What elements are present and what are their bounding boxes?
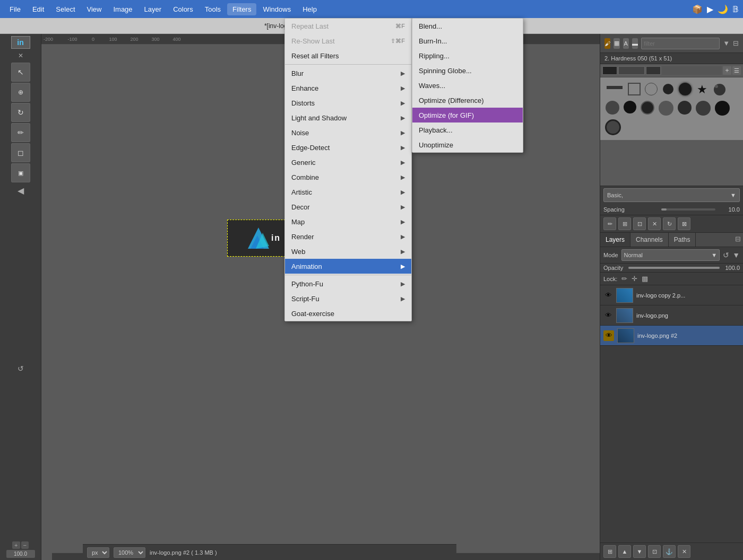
menu-python-fu[interactable]: Python-Fu ▶ xyxy=(285,276,411,291)
menu-layer[interactable]: Layer xyxy=(139,3,167,15)
mode-label: Mode xyxy=(603,252,618,258)
layer-item-2[interactable]: 👁 inv-logo.png xyxy=(600,305,743,326)
submenu-optimize-diff[interactable]: Optimize (Difference) xyxy=(412,93,523,108)
layer-item-1[interactable]: 👁 inv-logo copy 2.p... xyxy=(600,285,743,305)
menu-colors[interactable]: Colors xyxy=(168,3,198,15)
menu-decor[interactable]: Decor ▶ xyxy=(285,199,411,214)
submenu-optimize-gif[interactable]: Optimize (for GIF) xyxy=(412,108,523,122)
brush-options-icon[interactable]: ☰ xyxy=(732,66,741,75)
menu-animation[interactable]: Animation ▶ xyxy=(285,259,411,274)
duplicate-layer-icon[interactable]: ⊡ xyxy=(648,545,661,558)
patterns-icon[interactable]: ▦ xyxy=(614,38,619,49)
menu-render[interactable]: Render ▶ xyxy=(285,229,411,244)
logo-svg xyxy=(248,228,269,249)
menu-reshow-last[interactable]: Re-Show Last ⇧⌘F xyxy=(285,33,411,48)
preset-dropdown[interactable]: Basic, ▼ xyxy=(603,188,740,202)
brush-refresh-icon[interactable]: ↻ xyxy=(663,217,676,230)
menu-edit[interactable]: Edit xyxy=(27,3,49,15)
brush-delete-icon[interactable]: ✕ xyxy=(648,217,661,230)
filter-input[interactable] xyxy=(641,38,720,49)
menu-map[interactable]: Map ▶ xyxy=(285,214,411,229)
menu-goat-exercise[interactable]: Goat-exercise xyxy=(285,306,411,321)
submenu-unoptimize[interactable]: Unoptimize xyxy=(412,137,523,152)
opacity-slider[interactable] xyxy=(628,267,720,269)
menu-file[interactable]: File xyxy=(4,3,26,15)
zoom-minus[interactable]: − xyxy=(21,541,29,549)
svg-text:+: + xyxy=(725,67,729,74)
submenu-burn-in[interactable]: Burn-In... xyxy=(412,33,523,48)
tool-eraser[interactable]: ◻ xyxy=(11,143,30,162)
lock-alpha-icon[interactable]: ▩ xyxy=(642,275,648,283)
mode-extra-icon[interactable]: ▼ xyxy=(732,251,740,259)
submenu-playback[interactable]: Playback... xyxy=(412,122,523,137)
tool-pointer[interactable]: ↖ xyxy=(11,63,30,82)
menu-enhance[interactable]: Enhance ▶ xyxy=(285,81,411,95)
tab-layers[interactable]: Layers xyxy=(600,233,630,247)
brushes-icon[interactable]: 🖌 xyxy=(604,38,610,49)
spin-icon[interactable]: ↺ xyxy=(18,364,24,373)
spacing-bar[interactable] xyxy=(661,208,716,211)
zoom-select[interactable]: 100% xyxy=(114,547,145,558)
animation-submenu: Blend... Burn-In... Rippling... Spinning… xyxy=(412,18,523,153)
menu-select[interactable]: Select xyxy=(50,3,80,15)
collapse-left-icon[interactable]: ◀ xyxy=(18,186,24,196)
zoom-plus[interactable]: + xyxy=(12,541,20,549)
menu-filters[interactable]: Filters xyxy=(227,3,256,15)
menu-combine[interactable]: Combine ▶ xyxy=(285,170,411,185)
tool-rotate[interactable]: ↻ xyxy=(11,103,30,122)
close-icon[interactable]: ✕ xyxy=(18,52,23,59)
tool-paint[interactable]: ✏ xyxy=(11,123,30,142)
new-layer-icon[interactable]: ⊞ xyxy=(603,545,616,558)
layer-thumb-3 xyxy=(617,328,634,343)
menu-edge-detect[interactable]: Edge-Detect ▶ xyxy=(285,140,411,155)
menu-view[interactable]: View xyxy=(82,3,107,15)
menubar: File Edit Select View Image Layer Colors… xyxy=(0,0,743,18)
menu-script-fu[interactable]: Script-Fu ▶ xyxy=(285,291,411,306)
layer-mode-row: Mode Normal ▼ ↺ ▼ xyxy=(600,247,743,264)
panel-collapse-icon[interactable]: ▼ xyxy=(723,39,730,47)
layer-item-3[interactable]: 👁 inv-logo.png #2 xyxy=(600,326,743,346)
layer-visibility-2[interactable]: 👁 xyxy=(603,311,613,320)
brush-copy-icon[interactable]: ⊡ xyxy=(633,217,646,230)
anchor-layer-icon[interactable]: ⚓ xyxy=(663,545,676,558)
reset-mode-icon[interactable]: ↺ xyxy=(723,251,729,259)
submenu-blend[interactable]: Blend... xyxy=(412,19,523,33)
layer-visibility-1[interactable]: 👁 xyxy=(603,291,613,300)
tool-crosshair[interactable]: ⊕ xyxy=(11,83,30,102)
menu-tools[interactable]: Tools xyxy=(200,3,226,15)
submenu-spinning-globe[interactable]: Spinning Globe... xyxy=(412,63,523,78)
gradients-icon[interactable]: ▬ xyxy=(632,38,638,49)
tab-paths[interactable]: Paths xyxy=(669,233,696,247)
menu-image[interactable]: Image xyxy=(108,3,137,15)
menu-distorts[interactable]: Distorts ▶ xyxy=(285,95,411,110)
unit-select[interactable]: px xyxy=(87,547,109,558)
tab-channels[interactable]: Channels xyxy=(630,233,669,247)
menu-generic[interactable]: Generic ▶ xyxy=(285,155,411,170)
lock-move-icon[interactable]: ✛ xyxy=(632,275,637,283)
menu-help[interactable]: Help xyxy=(297,3,322,15)
panel-menu-icon[interactable]: ⊟ xyxy=(733,39,739,47)
add-brush-icon[interactable]: + xyxy=(723,66,731,75)
menu-noise[interactable]: Noise ▶ xyxy=(285,125,411,140)
brush-new-icon[interactable]: ⊞ xyxy=(618,217,631,230)
fonts-icon[interactable]: A xyxy=(623,38,629,49)
delete-layer-icon[interactable]: ✕ xyxy=(678,545,690,558)
menu-windows[interactable]: Windows xyxy=(257,3,296,15)
menu-artistic[interactable]: Artistic ▶ xyxy=(285,185,411,199)
tool-fill[interactable]: ▣ xyxy=(11,163,30,182)
layer-mode-select[interactable]: Normal ▼ xyxy=(621,249,720,261)
layer-visibility-3[interactable]: 👁 xyxy=(603,330,614,341)
brush-to-image-icon[interactable]: ⊠ xyxy=(678,217,690,230)
raise-layer-icon[interactable]: ▲ xyxy=(618,545,631,558)
submenu-waves[interactable]: Waves... xyxy=(412,78,523,93)
menu-light-shadow[interactable]: Light and Shadow ▶ xyxy=(285,110,411,125)
menu-blur[interactable]: Blur ▶ xyxy=(285,66,411,81)
menu-reset-all[interactable]: Reset all Filters xyxy=(285,48,411,63)
submenu-rippling[interactable]: Rippling... xyxy=(412,48,523,63)
layers-collapse-icon[interactable]: ⊟ xyxy=(733,233,743,247)
menu-web[interactable]: Web ▶ xyxy=(285,244,411,259)
lower-layer-icon[interactable]: ▼ xyxy=(633,545,646,558)
menu-repeat-last[interactable]: Repeat Last ⌘F xyxy=(285,19,411,33)
lock-paint-icon[interactable]: ✏ xyxy=(621,275,627,283)
brush-edit-icon[interactable]: ✏ xyxy=(603,217,616,230)
